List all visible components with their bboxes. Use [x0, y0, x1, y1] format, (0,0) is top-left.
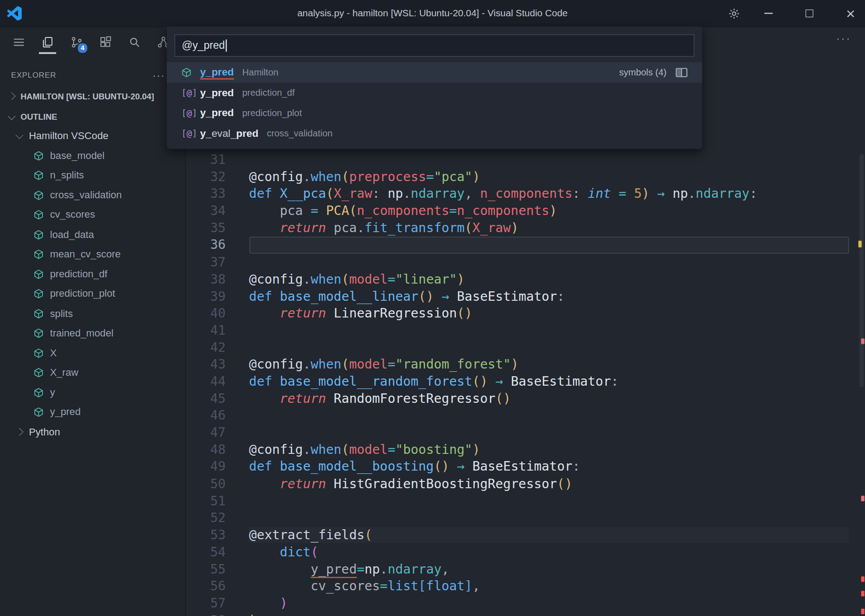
line-number[interactable]: 51 — [186, 492, 226, 509]
code-line[interactable]: 47 — [186, 424, 858, 441]
line-number[interactable]: 58 — [186, 611, 226, 616]
code-line[interactable]: 35 return pca.fit_transform(X_raw) — [186, 219, 858, 237]
line-number[interactable]: 37 — [186, 253, 226, 271]
outline-item-prediction_plot[interactable]: prediction_plot — [0, 284, 185, 304]
line-number[interactable]: 56 — [186, 578, 226, 595]
line-number[interactable]: 32 — [186, 168, 226, 186]
line-number[interactable]: 33 — [186, 185, 226, 202]
code-line[interactable]: 56 cv_scores=list[float], — [186, 578, 858, 595]
outline-item-base_model[interactable]: base_model — [0, 146, 185, 166]
outline-item-n_splits[interactable]: n_splits — [0, 166, 185, 186]
line-number[interactable]: 36 — [186, 237, 226, 254]
outline-root-item[interactable]: Hamilton VSCode — [0, 126, 185, 146]
line-number[interactable]: 49 — [186, 458, 226, 476]
code-line[interactable]: 57 ) — [186, 595, 858, 612]
code-line[interactable]: 46 — [186, 407, 858, 424]
code-line[interactable]: 39def base_model__linear() → BaseEstimat… — [186, 288, 858, 305]
minimize-button[interactable] — [761, 5, 776, 21]
code-line[interactable]: 38@config.when(model="linear") — [186, 271, 858, 288]
code-line[interactable]: 49def base_model__boosting() → BaseEstim… — [186, 458, 858, 476]
overview-ruler[interactable] — [858, 27, 865, 616]
line-number[interactable]: 44 — [186, 373, 226, 390]
line-number[interactable]: 38 — [186, 271, 226, 288]
code-line[interactable]: 36 — [186, 237, 858, 254]
ruler-mark — [861, 339, 864, 344]
line-number[interactable]: 53 — [186, 527, 226, 544]
line-number[interactable]: 57 — [186, 595, 226, 612]
code-line[interactable]: 50 return HistGradientBoostingRegressor(… — [186, 475, 858, 492]
scrollbar-thumb[interactable] — [860, 154, 864, 387]
outline-item-cv_scores[interactable]: cv_scores — [0, 205, 185, 225]
explorer-icon[interactable] — [41, 35, 55, 49]
line-number[interactable]: 45 — [186, 390, 226, 407]
line-number[interactable]: 31 — [186, 151, 226, 168]
quick-open-result[interactable]: [@]y_eval_predcross_validation — [167, 123, 702, 144]
search-icon[interactable] — [127, 35, 141, 49]
code-line[interactable]: 58) — [186, 611, 858, 616]
line-number[interactable]: 54 — [186, 543, 226, 560]
line-number[interactable]: 40 — [186, 305, 226, 322]
code-line[interactable]: 45 return RandomForestRegressor() — [186, 390, 858, 407]
outline-item-X_raw[interactable]: X_raw — [0, 363, 185, 383]
code-line[interactable]: 55 y_pred=np.ndarray, — [186, 560, 858, 578]
line-number[interactable]: 34 — [186, 202, 226, 219]
quick-open-input[interactable]: @y_pred — [174, 34, 694, 56]
code-line[interactable]: 40 return LinearRegression() — [186, 305, 858, 322]
open-to-side-icon[interactable] — [675, 68, 687, 77]
code-text: ) — [249, 613, 257, 616]
line-number[interactable]: 47 — [186, 424, 226, 441]
outline-item-y_pred[interactable]: y_pred — [0, 402, 185, 422]
quick-open-result[interactable]: [@]y_predprediction_df — [167, 83, 702, 103]
line-number[interactable]: 52 — [186, 509, 226, 527]
quick-open-result[interactable]: y_predHamiltonsymbols (4) — [167, 62, 702, 83]
code-line[interactable]: 52 — [186, 509, 858, 527]
chevron-down-icon — [8, 112, 15, 120]
code-text: ) — [249, 596, 287, 610]
code-line[interactable]: 44def base_model__random_forest() → Base… — [186, 373, 858, 390]
code-line[interactable]: 42 — [186, 339, 858, 356]
settings-gear-icon[interactable] — [726, 5, 741, 21]
code-line[interactable]: 33def X__pca(X_raw: np.ndarray, n_compon… — [186, 185, 858, 202]
outline-item-prediction_df[interactable]: prediction_df — [0, 264, 185, 284]
code-line[interactable]: 37 — [186, 253, 858, 271]
outline-item-y[interactable]: y — [0, 383, 185, 402]
outline-python-item[interactable]: Python — [0, 422, 185, 442]
line-number[interactable]: 46 — [186, 407, 226, 424]
line-number[interactable]: 50 — [186, 475, 226, 492]
code-line[interactable]: 53@extract_fields( — [186, 527, 858, 544]
explorer-more-actions-icon[interactable]: ··· — [152, 69, 165, 81]
explorer-title: EXPLORER — [11, 70, 56, 79]
code-line[interactable]: 51 — [186, 492, 858, 509]
line-number[interactable]: 35 — [186, 219, 226, 237]
line-number[interactable]: 39 — [186, 288, 226, 305]
workspace-section-header[interactable]: HAMILTON [WSL: UBUNTU-20.04] — [0, 86, 185, 106]
code-line[interactable]: 34 pca = PCA(n_components=n_components) — [186, 202, 858, 219]
maximize-button[interactable] — [802, 5, 817, 21]
code-line[interactable]: 31 — [186, 151, 858, 168]
editor-more-actions-icon[interactable]: ··· — [836, 32, 851, 45]
code-line[interactable]: 48@config.when(model="boosting") — [186, 441, 858, 458]
line-number[interactable]: 42 — [186, 339, 226, 356]
code-line[interactable]: 43@config.when(model="random_forest") — [186, 356, 858, 373]
outline-item-X[interactable]: X — [0, 343, 185, 363]
line-number[interactable]: 55 — [186, 560, 226, 578]
menu-icon[interactable] — [12, 35, 26, 49]
outline-item-splits[interactable]: splits — [0, 304, 185, 324]
code-line[interactable]: 41 — [186, 322, 858, 339]
line-number[interactable]: 43 — [186, 356, 226, 373]
outline-item-mean_cv_score[interactable]: mean_cv_score — [0, 245, 185, 265]
outline-section-header[interactable]: OUTLINE — [0, 106, 185, 126]
extensions-icon[interactable] — [98, 35, 112, 49]
outline-item-load_data[interactable]: load_data — [0, 225, 185, 245]
code-text: @config.when(model="boosting") — [249, 442, 480, 457]
outline-item-cross_validation[interactable]: cross_validation — [0, 185, 185, 205]
close-button[interactable]: × — [843, 5, 858, 21]
quick-open-result[interactable]: [@]y_predprediction_plot — [167, 103, 702, 123]
line-number[interactable]: 48 — [186, 441, 226, 458]
code-area[interactable]: 3132@config.when(preprocess="pca")33def … — [186, 151, 858, 616]
outline-item-trained_model[interactable]: trained_model — [0, 323, 185, 343]
line-number[interactable]: 41 — [186, 322, 226, 339]
code-line[interactable]: 32@config.when(preprocess="pca") — [186, 168, 858, 186]
source-control-icon[interactable]: 4 — [70, 35, 84, 49]
code-line[interactable]: 54 dict( — [186, 543, 858, 560]
